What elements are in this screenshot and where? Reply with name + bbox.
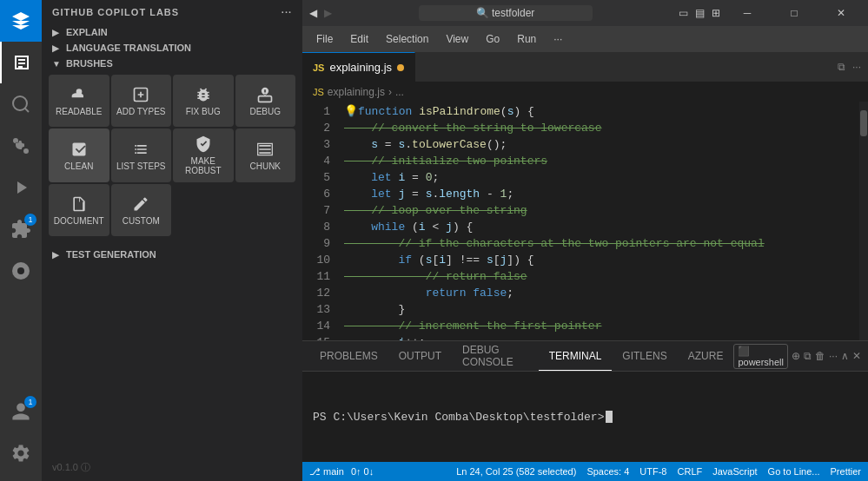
code-line-7: // loop over the string xyxy=(337,202,859,219)
sidebar: GITHUB COPILOT LABS ··· ▶ EXPLAIN ▶ LANG… xyxy=(42,0,302,481)
brushes-label: BRUSHES xyxy=(66,58,113,69)
menu-more[interactable]: ··· xyxy=(547,31,569,47)
bc-filename[interactable]: explaining.js xyxy=(328,86,385,98)
tab-problems[interactable]: PROBLEMS xyxy=(309,341,388,371)
brush-chunk[interactable]: CHUNK xyxy=(235,128,296,182)
explain-label: EXPLAIN xyxy=(66,27,108,37)
code-line-15: i++; xyxy=(337,334,859,340)
status-position[interactable]: Ln 24, Col 25 (582 selected) xyxy=(456,466,576,477)
git-icon[interactable] xyxy=(0,125,42,167)
account-icon[interactable]: 1 xyxy=(0,391,42,432)
code-line-6: let j = s.length - 1; xyxy=(337,186,859,202)
brush-fix-bug[interactable]: FIX BUG xyxy=(173,75,234,127)
status-encoding[interactable]: UTF-8 xyxy=(639,466,666,477)
sidebar-item-explain[interactable]: ▶ EXPLAIN xyxy=(42,24,302,40)
sidebar-item-brushes[interactable]: ▼ BRUSHES xyxy=(42,56,302,71)
status-language[interactable]: JavaScript xyxy=(712,466,757,477)
menu-go[interactable]: Go xyxy=(479,31,507,47)
status-prettier[interactable]: Prettier xyxy=(831,466,861,477)
shell-indicator[interactable]: ⬛ powershell xyxy=(733,344,788,369)
sidebar-item-language[interactable]: ▶ LANGUAGE TRANSLATION xyxy=(42,40,302,56)
brush-readable[interactable]: READABLE xyxy=(49,75,109,127)
copilot-icon[interactable] xyxy=(0,250,42,292)
kill-terminal-icon[interactable]: 🗑 xyxy=(815,350,825,362)
close-button[interactable]: ✕ xyxy=(821,0,861,26)
settings-icon[interactable] xyxy=(0,432,42,474)
grid-icon[interactable]: ⊞ xyxy=(712,7,720,19)
menu-run[interactable]: Run xyxy=(510,31,543,47)
status-eol[interactable]: CRLF xyxy=(678,466,703,477)
code-line-12: return false; xyxy=(337,285,859,301)
terminal-content[interactable]: PS C:\Users\Kevin Comba\Desktop\testfold… xyxy=(302,372,868,462)
split-terminal-icon[interactable]: ⧉ xyxy=(804,350,812,362)
menu-file[interactable]: File xyxy=(309,31,340,47)
extensions-icon[interactable]: 1 xyxy=(0,208,42,250)
sidebar-title: GITHUB COPILOT LABS xyxy=(52,7,179,17)
tab-terminal[interactable]: TERMINAL xyxy=(539,341,613,371)
svg-point-2 xyxy=(17,267,24,274)
chevron-down-icon: ▼ xyxy=(52,59,63,69)
split-editor-icon[interactable]: ⧉ xyxy=(838,61,845,73)
tab-output[interactable]: OUTPUT xyxy=(388,341,452,371)
brush-debug[interactable]: DEBUG xyxy=(235,75,296,127)
tab-explaining[interactable]: JS explaining.js xyxy=(302,52,415,82)
terminal-chevron-up-icon[interactable]: ∧ xyxy=(841,350,849,362)
terminal-cursor xyxy=(606,411,613,423)
brushes-grid: READABLE ADD TYPES FIX BUG DEBUG CLEAN L… xyxy=(42,71,302,240)
brush-make-robust[interactable]: MAKE ROBUST xyxy=(173,128,234,182)
terminal-tab-actions: ⬛ powershell ⊕ ⧉ 🗑 ··· ∧ ✕ xyxy=(733,344,861,369)
fix-bug-label: FIX BUG xyxy=(186,107,221,116)
svg-rect-5 xyxy=(259,96,272,102)
terminal-more-icon[interactable]: ··· xyxy=(829,350,838,362)
status-bar: ⎇ main 0↑ 0↓ Ln 24, Col 25 (582 selected… xyxy=(302,462,868,481)
code-content[interactable]: 💡function isPalindrome(s) { // convert t… xyxy=(337,102,859,340)
status-branch[interactable]: ⎇ main xyxy=(309,466,344,478)
explorer-icon[interactable] xyxy=(0,42,42,83)
menu-edit[interactable]: Edit xyxy=(343,31,375,47)
status-left: ⎇ main 0↑ 0↓ xyxy=(309,466,374,478)
search-icon[interactable] xyxy=(0,83,42,125)
minimize-button[interactable]: ─ xyxy=(727,0,767,26)
custom-label: CUSTOM xyxy=(123,216,160,226)
chunk-label: CHUNK xyxy=(249,161,281,171)
add-types-label: ADD TYPES xyxy=(116,107,166,116)
sidebar-item-test-gen[interactable]: ▶ TEST GENERATION xyxy=(42,247,302,262)
debug-label: DEBUG xyxy=(249,107,281,116)
language-label: LANGUAGE TRANSLATION xyxy=(66,43,191,53)
panel-layout-icon[interactable]: ▭ xyxy=(679,7,688,19)
more-actions-icon[interactable]: ··· xyxy=(852,61,861,73)
code-editor[interactable]: 1234 5678 9101112 13141516 17181920 2122… xyxy=(302,102,868,340)
terminal-close-icon[interactable]: ✕ xyxy=(852,350,861,362)
code-line-14: // increment the first pointer xyxy=(337,318,859,334)
run-icon[interactable] xyxy=(0,167,42,208)
menu-view[interactable]: View xyxy=(439,31,475,47)
maximize-button[interactable]: □ xyxy=(774,0,814,26)
search-text: testfolder xyxy=(492,7,534,19)
editor-layout-icon[interactable]: ▤ xyxy=(695,7,705,19)
tab-bar: JS explaining.js ⧉ ··· xyxy=(302,52,868,82)
line-numbers: 1234 5678 9101112 13141516 17181920 2122… xyxy=(302,102,337,340)
back-icon[interactable]: ◀ xyxy=(309,7,317,19)
code-line-11: // return false xyxy=(337,268,859,285)
brush-add-types[interactable]: ADD TYPES xyxy=(111,75,172,127)
scrollbar-thumb xyxy=(860,110,867,136)
tab-azure[interactable]: AZURE xyxy=(678,341,734,371)
menu-selection[interactable]: Selection xyxy=(379,31,435,47)
status-spaces[interactable]: Spaces: 4 xyxy=(586,466,629,477)
bc-lang-icon: JS xyxy=(313,87,324,97)
sidebar-more-icon[interactable]: ··· xyxy=(282,7,292,17)
search-bar[interactable]: 🔍 testfolder xyxy=(419,5,593,21)
scrollbar[interactable] xyxy=(859,102,868,340)
brush-document[interactable]: DOCUMENT xyxy=(49,184,109,236)
tab-debug-console[interactable]: DEBUG CONSOLE xyxy=(452,341,539,371)
brush-list-steps[interactable]: LIST STEPS xyxy=(111,128,172,182)
forward-icon[interactable]: ▶ xyxy=(324,7,332,19)
status-go-to-line[interactable]: Go to Line... xyxy=(768,466,820,477)
breadcrumb: JS explaining.js › ... xyxy=(302,82,868,102)
tab-gitlens[interactable]: GITLENS xyxy=(612,341,677,371)
brush-clean[interactable]: CLEAN xyxy=(49,128,109,182)
new-terminal-icon[interactable]: ⊕ xyxy=(792,350,800,362)
status-sync[interactable]: 0↑ 0↓ xyxy=(351,466,374,477)
main-area: ◀ ▶ 🔍 testfolder ▭ ▤ ⊞ ─ □ ✕ File Edit S… xyxy=(302,0,868,481)
brush-custom[interactable]: CUSTOM xyxy=(111,184,172,236)
